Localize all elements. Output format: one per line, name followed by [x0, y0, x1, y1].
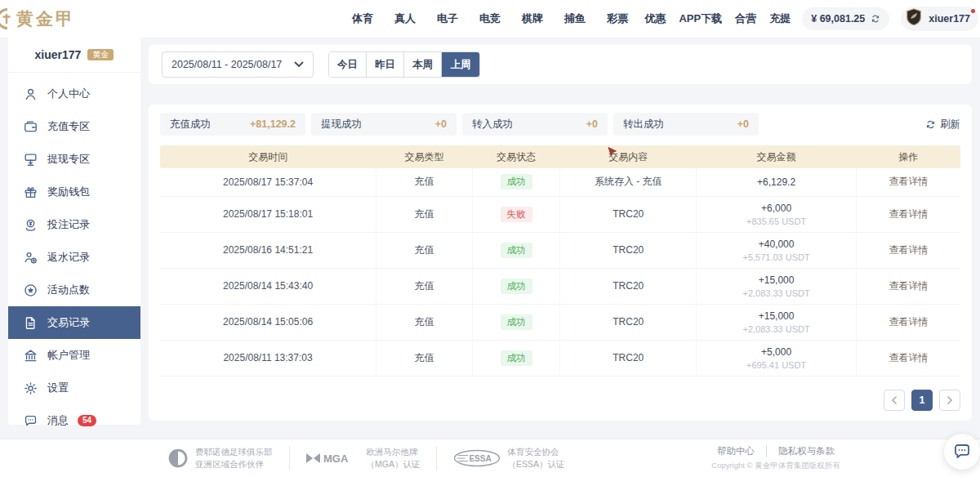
- refresh-icon: [925, 119, 936, 130]
- pagination: 1: [884, 390, 960, 411]
- tab[interactable]: 本周: [404, 52, 442, 77]
- certifications: 费耶诺德足球俱乐部亚洲区域合作伙伴 MGA 欧洲马尔他牌（MGA）认证 ESSA…: [167, 446, 564, 470]
- current-page-button[interactable]: 1: [911, 390, 933, 411]
- cell-amount: +6,129.2: [697, 168, 857, 196]
- amount-sub: +2,083.33 USDT: [697, 288, 856, 298]
- nav-item[interactable]: 棋牌: [522, 11, 543, 26]
- chat-bubble-icon: [952, 442, 972, 461]
- date-range-select[interactable]: 2025/08/11 - 2025/08/17: [162, 51, 314, 78]
- copyright: Copyright © 黄金甲体育集团版权所有: [674, 461, 878, 471]
- column-header: 交易类型: [376, 145, 473, 168]
- view-details-link[interactable]: 查看详情: [889, 208, 929, 220]
- sidebar-item-activity-points[interactable]: 活动点数: [8, 274, 140, 306]
- summary-stat: 转出成功 +0: [613, 113, 759, 136]
- cell-status: 成功: [472, 232, 560, 268]
- cell-amount: +5,000+695.41 USDT: [697, 340, 857, 376]
- balance-refresh-icon[interactable]: [871, 14, 880, 24]
- records-panel: 充值成功 +81,129.2 提现成功 +0 转入成功 +0 转出成功 +0 刷…: [149, 105, 972, 421]
- unread-count-badge: 54: [78, 415, 96, 426]
- chat-support-button[interactable]: [944, 434, 980, 470]
- cell-type: 充值: [376, 304, 473, 340]
- sidebar-item-reward-wallet[interactable]: 奖励钱包: [8, 176, 140, 208]
- sidebar-item-messages[interactable]: 消息 54: [8, 404, 140, 437]
- cell-type: 充值: [376, 232, 473, 268]
- sidebar-item-transactions[interactable]: 交易记录: [8, 306, 140, 339]
- summary-row: 充值成功 +81,129.2 提现成功 +0 转入成功 +0 转出成功 +0 刷…: [160, 113, 960, 136]
- cell-content: TRC20: [560, 232, 697, 268]
- brand-logo[interactable]: 黄金甲: [0, 7, 75, 31]
- sidebar-item-label: 奖励钱包: [47, 185, 90, 199]
- stat-label: 转入成功: [472, 118, 513, 132]
- cell-time: 2025/08/16 14:51:21: [160, 232, 376, 268]
- certification-text: 费耶诺德足球俱乐部亚洲区域合作伙伴: [195, 446, 273, 470]
- amount-main: +5,000: [697, 346, 856, 358]
- user-menu[interactable]: xiuer177: [901, 7, 978, 31]
- filter-bar: 2025/08/11 - 2025/08/17 今日昨日本周上周: [149, 45, 972, 84]
- cell-type: 充值: [376, 196, 473, 232]
- status-badge: 成功: [501, 350, 532, 366]
- cell-action: 查看详情: [857, 340, 960, 376]
- view-details-link[interactable]: 查看详情: [889, 280, 929, 292]
- tab[interactable]: 上周: [442, 52, 479, 77]
- header-link[interactable]: 优惠: [644, 11, 666, 26]
- summary-stats: 充值成功 +81,129.2 提现成功 +0 转入成功 +0 转出成功 +0: [160, 113, 759, 136]
- sidebar-item-account[interactable]: 帐户管理: [8, 339, 140, 372]
- view-details-link[interactable]: 查看详情: [889, 244, 929, 256]
- certification-item: ESSA 体育安全协会（ESSA）认证: [436, 446, 564, 470]
- status-badge: 成功: [501, 243, 532, 258]
- amount-sub: +2,083.33 USDT: [697, 324, 856, 334]
- header-link[interactable]: APP下载: [679, 11, 722, 26]
- amount-sub: +695.41 USDT: [697, 360, 856, 370]
- balance-amount: ¥ 69,081.25: [811, 13, 865, 25]
- nav-item[interactable]: 彩票: [607, 11, 628, 26]
- svg-text:ESSA: ESSA: [470, 454, 492, 463]
- cell-amount: +15,000+2,083.33 USDT: [697, 268, 857, 304]
- sidebar-item-label: 帐户管理: [47, 348, 90, 363]
- top-header: 黄金甲 体育真人电子电竞棋牌捕鱼彩票 优惠APP下载合营充提 ¥ 69,081.…: [0, 0, 980, 38]
- mga-logo: MGA: [306, 451, 360, 466]
- tab[interactable]: 今日: [329, 52, 367, 77]
- cell-type: 充值: [376, 168, 473, 196]
- sidebar-item-settings[interactable]: 设置: [8, 372, 140, 404]
- amount-sub: +835.65 USDT: [697, 216, 856, 226]
- cell-status: 成功: [472, 340, 560, 376]
- transactions-table: 交易时间交易类型交易状态交易内容交易金额操作 2025/08/17 15:37:…: [160, 145, 960, 377]
- nav-item[interactable]: 电子: [437, 11, 458, 26]
- sidebar-item-rebate-records[interactable]: 返水记录: [8, 241, 140, 274]
- app-root: 黄金甲 体育真人电子电竞棋牌捕鱼彩票 优惠APP下载合营充提 ¥ 69,081.…: [0, 0, 980, 477]
- header-link[interactable]: 充提: [769, 11, 791, 26]
- cell-type: 充值: [376, 340, 473, 376]
- footer-link[interactable]: 隐私权与条款: [766, 445, 835, 457]
- prev-page-button[interactable]: [884, 390, 905, 411]
- balance-pill[interactable]: ¥ 69,081.25: [802, 7, 889, 30]
- tab[interactable]: 昨日: [367, 52, 404, 77]
- status-badge: 失败: [501, 207, 532, 222]
- nav-item[interactable]: 电竞: [479, 11, 501, 26]
- cell-status: 失败: [472, 196, 560, 232]
- nav-item[interactable]: 体育: [352, 11, 373, 26]
- sidebar-item-deposit[interactable]: 充值专区: [8, 110, 140, 143]
- sidebar-item-bet-records[interactable]: 投注记录: [8, 208, 140, 241]
- view-details-link[interactable]: 查看详情: [889, 352, 929, 363]
- sidebar-username: xiuer177: [35, 48, 82, 61]
- transaction-icon: [23, 315, 38, 331]
- sidebar-item-withdraw[interactable]: 提现专区: [8, 143, 140, 176]
- stat-value: +0: [737, 118, 749, 130]
- table-row: 2025/08/16 14:51:21 充值 成功 TRC20 +40,000+…: [160, 232, 960, 268]
- sidebar-item-profile[interactable]: 个人中心: [8, 78, 140, 110]
- header-link[interactable]: 合营: [735, 11, 756, 26]
- cell-action: 查看详情: [857, 268, 960, 304]
- amount-sub: +5,571.03 USDT: [697, 252, 856, 262]
- footer-link[interactable]: 帮助中心: [717, 445, 755, 457]
- sidebar-item-label: 活动点数: [47, 283, 90, 297]
- sidebar-item-label: 个人中心: [47, 87, 90, 101]
- nav-item[interactable]: 捕鱼: [564, 11, 586, 26]
- cell-action: 查看详情: [857, 168, 960, 196]
- feyenoord-logo: [167, 448, 189, 469]
- refresh-button[interactable]: 刷新: [925, 118, 960, 132]
- view-details-link[interactable]: 查看详情: [889, 316, 929, 328]
- next-page-button[interactable]: [939, 390, 960, 411]
- certification-item: MGA 欧洲马尔他牌（MGA）认证: [289, 446, 421, 470]
- view-details-link[interactable]: 查看详情: [889, 176, 929, 187]
- nav-item[interactable]: 真人: [394, 11, 416, 26]
